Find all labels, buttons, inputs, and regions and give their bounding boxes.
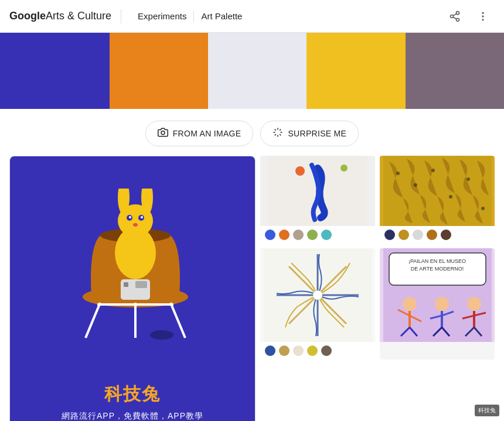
artwork-swirl[interactable] bbox=[260, 248, 375, 360]
svg-point-27 bbox=[133, 223, 138, 227]
more-icon bbox=[477, 11, 489, 22]
svg-point-26 bbox=[141, 216, 143, 218]
abstract-blue-svg bbox=[268, 156, 367, 225]
svg-point-40 bbox=[396, 172, 400, 175]
card-text-area: 科技兔 網路流行APP，免費軟體，APP教學 bbox=[10, 373, 255, 421]
svg-line-29 bbox=[171, 303, 185, 338]
svg-line-16 bbox=[280, 129, 281, 131]
surprise-me-button[interactable]: SURPRISE ME bbox=[260, 121, 359, 146]
artwork-comic-image: ¡PAILAN EN EL MUSEO DE ARTE MODERNO! bbox=[380, 248, 495, 342]
from-image-button[interactable]: FROM AN IMAGE bbox=[145, 121, 254, 146]
surprise-me-label: SURPRISE ME bbox=[288, 129, 346, 138]
nav-experiments[interactable]: Experiments bbox=[131, 11, 193, 21]
main-art-card: 科技兔 網路流行APP，免費軟體，APP教學 bbox=[9, 156, 256, 421]
swatch-yellow bbox=[307, 33, 405, 109]
artwork-abstract-blue[interactable] bbox=[260, 156, 375, 244]
logo: Google Arts & Culture bbox=[9, 10, 111, 22]
app-header: Google Arts & Culture Experiments Art Pa… bbox=[0, 0, 504, 33]
svg-point-8 bbox=[161, 131, 165, 135]
from-image-label: FROM AN IMAGE bbox=[173, 129, 241, 138]
svg-line-3 bbox=[453, 17, 457, 19]
swatch-blue bbox=[0, 33, 110, 109]
dot bbox=[265, 230, 275, 240]
header-nav: Experiments Art Palette bbox=[131, 11, 443, 22]
svg-point-41 bbox=[414, 183, 417, 187]
svg-point-35 bbox=[150, 330, 173, 340]
color-dots-1 bbox=[260, 226, 375, 244]
svg-point-66 bbox=[435, 297, 449, 311]
dot bbox=[307, 230, 318, 240]
watermark: 科技兔 bbox=[475, 405, 499, 416]
svg-rect-34 bbox=[135, 281, 147, 288]
svg-point-0 bbox=[457, 11, 459, 14]
artwork-golden[interactable] bbox=[380, 156, 495, 244]
nav-art-palette[interactable]: Art Palette bbox=[194, 11, 249, 21]
comic-svg: ¡PAILAN EN EL MUSEO DE ARTE MODERNO! bbox=[383, 248, 492, 342]
magic-rabbit-illustration bbox=[45, 189, 220, 341]
swatch-mauve bbox=[406, 33, 504, 109]
card-title: 科技兔 bbox=[22, 382, 243, 406]
right-column: ¡PAILAN EN EL MUSEO DE ARTE MODERNO! bbox=[260, 156, 495, 421]
svg-point-37 bbox=[295, 166, 305, 176]
dot bbox=[265, 345, 275, 356]
swatch-lavender bbox=[208, 33, 307, 109]
artwork-golden-image bbox=[380, 156, 495, 226]
logo-arts: Arts & Culture bbox=[46, 10, 111, 22]
more-button[interactable] bbox=[471, 5, 495, 28]
main-card-image bbox=[10, 156, 255, 373]
svg-point-5 bbox=[482, 12, 483, 13]
right-top-row bbox=[260, 156, 495, 244]
svg-point-60 bbox=[403, 297, 417, 311]
dot bbox=[279, 230, 290, 240]
svg-point-7 bbox=[482, 19, 483, 20]
dot bbox=[321, 230, 332, 240]
buttons-row: FROM AN IMAGE SURPRISE ME bbox=[0, 109, 504, 156]
artwork-comic[interactable]: ¡PAILAN EN EL MUSEO DE ARTE MODERNO! bbox=[380, 248, 495, 360]
svg-point-2 bbox=[457, 18, 459, 21]
golden-pattern-svg bbox=[383, 156, 492, 226]
dot bbox=[293, 345, 304, 356]
svg-point-44 bbox=[466, 177, 470, 181]
svg-line-28 bbox=[86, 303, 100, 338]
swirl-svg bbox=[264, 248, 372, 342]
dot bbox=[384, 230, 395, 240]
header-divider bbox=[121, 9, 121, 23]
dot bbox=[413, 230, 423, 240]
color-dots-2 bbox=[380, 226, 495, 244]
svg-text:¡PAILAN EN EL MUSEO: ¡PAILAN EN EL MUSEO bbox=[408, 258, 465, 264]
svg-point-25 bbox=[129, 216, 131, 218]
svg-point-1 bbox=[451, 15, 454, 18]
main-content: 科技兔 網路流行APP，免費軟體，APP教學 bbox=[0, 156, 504, 421]
dot bbox=[307, 345, 318, 356]
camera-icon bbox=[158, 127, 168, 140]
svg-text:DE ARTE MODERNO!: DE ARTE MODERNO! bbox=[410, 266, 463, 272]
svg-point-38 bbox=[340, 165, 348, 172]
svg-point-43 bbox=[449, 195, 452, 198]
svg-line-12 bbox=[280, 134, 281, 135]
color-dots-3 bbox=[260, 342, 375, 360]
svg-line-11 bbox=[275, 129, 276, 131]
dot bbox=[441, 230, 451, 240]
svg-point-55 bbox=[313, 290, 322, 300]
palette-strip bbox=[0, 33, 504, 109]
svg-line-15 bbox=[275, 134, 276, 135]
logo-google: Google bbox=[9, 10, 46, 22]
artwork-abstract-blue-image bbox=[260, 156, 375, 226]
svg-line-4 bbox=[453, 13, 457, 15]
dot bbox=[321, 345, 332, 356]
svg-point-45 bbox=[481, 207, 485, 210]
svg-rect-33 bbox=[124, 282, 128, 287]
swatch-orange bbox=[110, 33, 208, 109]
dot bbox=[293, 230, 304, 240]
svg-point-72 bbox=[467, 297, 481, 311]
share-icon bbox=[449, 11, 461, 22]
header-actions bbox=[443, 5, 495, 28]
svg-point-6 bbox=[482, 15, 483, 17]
right-bottom-row: ¡PAILAN EN EL MUSEO DE ARTE MODERNO! bbox=[260, 248, 495, 360]
svg-point-42 bbox=[431, 169, 435, 172]
card-subtitle: 網路流行APP，免費軟體，APP教學 bbox=[22, 411, 243, 421]
dot bbox=[279, 345, 290, 356]
artwork-swirl-image bbox=[260, 248, 375, 342]
share-button[interactable] bbox=[443, 5, 466, 28]
dot bbox=[427, 230, 437, 240]
